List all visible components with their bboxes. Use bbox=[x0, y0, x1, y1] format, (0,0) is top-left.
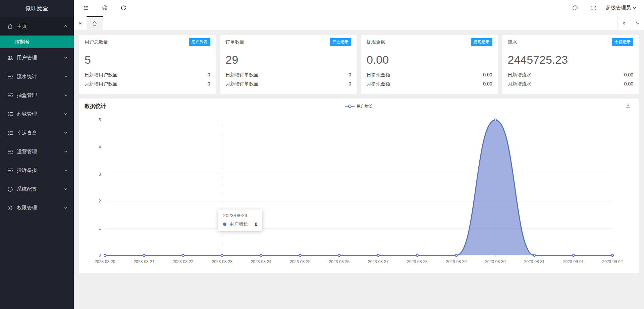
globe-icon[interactable] bbox=[97, 0, 113, 16]
legend-item-user-growth[interactable]: 用户增长 bbox=[345, 104, 373, 109]
stat-value: 5 bbox=[85, 53, 210, 67]
sidebar-item-operations[interactable]: 运营管理 bbox=[0, 142, 74, 161]
sidebar-item-lucky-blindbox[interactable]: 幸运盲盒 bbox=[0, 123, 74, 142]
download-chart-icon[interactable] bbox=[625, 103, 631, 110]
svg-text:5: 5 bbox=[99, 118, 101, 122]
x-axis-labels: 2023-08-202023-08-212023-08-222023-08-23… bbox=[95, 255, 623, 264]
chevron-down-icon bbox=[64, 112, 68, 116]
svg-text:2023-08-25: 2023-08-25 bbox=[290, 259, 311, 264]
svg-text:2023-08-23: 2023-08-23 bbox=[212, 259, 232, 264]
theme-palette-icon[interactable] bbox=[567, 0, 583, 16]
svg-text:2023-09-02: 2023-09-02 bbox=[602, 259, 623, 264]
stat-value: 0.00 bbox=[367, 53, 492, 67]
sidebar-item-label: 幸运盲盒 bbox=[17, 130, 37, 136]
data-point-markers bbox=[104, 119, 613, 256]
stat-row-label: 日新增订单数量 bbox=[226, 70, 259, 79]
stat-row-label: 日新增流水 bbox=[508, 70, 531, 79]
svg-text:2023-08-21: 2023-08-21 bbox=[134, 259, 155, 264]
svg-text:1: 1 bbox=[99, 226, 101, 231]
stat-row-value: 0 bbox=[348, 70, 351, 79]
stat-row-value: 0 bbox=[208, 70, 210, 79]
sidebar-item-label: 投诉举报 bbox=[17, 167, 37, 174]
svg-text:2023-08-29: 2023-08-29 bbox=[446, 259, 467, 264]
sidebar-item-system-config[interactable]: 系统配置 bbox=[0, 180, 74, 198]
sidebar-item-user-management[interactable]: 用户管理 bbox=[0, 48, 74, 67]
open-box-records-badge[interactable]: 开盒记录 bbox=[330, 38, 351, 46]
topbar-right: 超级管理员 bbox=[567, 0, 638, 16]
fullscreen-icon[interactable] bbox=[586, 0, 602, 16]
stat-card-users: 用户总数量 用户列表 5 日新增用户数量0 月新增用户数量0 bbox=[79, 35, 216, 94]
nav-group-home: 主页 控制台 bbox=[0, 17, 74, 48]
tab-bar: « » bbox=[74, 16, 644, 30]
stat-card-title: 流水 bbox=[508, 39, 517, 45]
users-icon bbox=[7, 55, 13, 61]
content-area: 用户总数量 用户列表 5 日新增用户数量0 月新增用户数量0 订单数量 开盒记录 bbox=[74, 30, 644, 309]
svg-text:2023-08-27: 2023-08-27 bbox=[368, 259, 389, 264]
main-area: 超级管理员 « » 用户总数量 用户列表 bbox=[74, 0, 644, 309]
svg-text:2023-09-01: 2023-09-01 bbox=[563, 259, 584, 264]
sidebar-item-home[interactable]: 主页 bbox=[0, 17, 74, 36]
settings-circle-icon bbox=[7, 186, 13, 192]
tabs-menu-button[interactable] bbox=[631, 16, 644, 30]
collapse-sidebar-button[interactable] bbox=[78, 0, 94, 16]
tabs-scroll-right-button[interactable]: » bbox=[617, 16, 631, 30]
stat-row-value: 0.00 bbox=[624, 79, 633, 88]
list-icon bbox=[7, 92, 13, 98]
chevron-down-icon bbox=[64, 168, 68, 172]
sidebar-item-console[interactable]: 控制台 bbox=[0, 36, 74, 48]
sidebar: 微旺魔盒 主页 控制台 用户管理 流水统计 bbox=[0, 0, 74, 309]
user-menu[interactable]: 超级管理员 bbox=[604, 5, 638, 11]
list-icon bbox=[7, 111, 13, 117]
svg-text:4: 4 bbox=[99, 144, 101, 149]
svg-text:2023-08-20: 2023-08-20 bbox=[95, 259, 115, 264]
svg-text:2023-08-28: 2023-08-28 bbox=[407, 259, 428, 264]
sidebar-item-box-management[interactable]: 抽盒管理 bbox=[0, 86, 74, 105]
brand-title: 微旺魔盒 bbox=[0, 0, 74, 17]
data-statistics-card: 数据统计 用户增长 0123452023-08-202023-08-212023… bbox=[79, 99, 639, 273]
tabs-scroll-left-button[interactable]: « bbox=[74, 16, 87, 30]
list-icon bbox=[7, 74, 13, 79]
stat-card-title: 订单数量 bbox=[226, 39, 245, 45]
chevron-down-icon bbox=[64, 131, 68, 135]
user-growth-chart[interactable]: 0123452023-08-202023-08-212023-08-222023… bbox=[85, 113, 637, 273]
tab-home[interactable] bbox=[87, 16, 103, 30]
svg-text:2: 2 bbox=[99, 199, 101, 203]
chevron-down-icon bbox=[64, 93, 68, 97]
sidebar-item-flow-stats[interactable]: 流水统计 bbox=[0, 67, 74, 86]
balance-records-badge[interactable]: 余额记录 bbox=[612, 38, 633, 46]
stat-row-label: 日新增用户数量 bbox=[85, 70, 117, 79]
chevron-down-icon bbox=[64, 56, 68, 60]
user-list-badge[interactable]: 用户列表 bbox=[189, 38, 210, 46]
sidebar-item-label: 主页 bbox=[17, 23, 27, 29]
chart-title: 数据统计 bbox=[85, 103, 106, 109]
topbar-left-icons bbox=[78, 0, 131, 16]
withdrawal-records-badge[interactable]: 提现记录 bbox=[471, 38, 492, 46]
chevron-down-icon bbox=[632, 6, 637, 10]
stat-row-label: 月新增用户数量 bbox=[85, 79, 117, 88]
svg-text:2023-08-22: 2023-08-22 bbox=[173, 259, 194, 264]
svg-text:2023-08-30: 2023-08-30 bbox=[485, 259, 506, 264]
stat-row-label: 月新增流水 bbox=[508, 79, 531, 88]
stat-card-title: 用户总数量 bbox=[85, 39, 108, 45]
chevron-down-icon bbox=[64, 149, 68, 153]
chevron-down-icon bbox=[635, 21, 640, 25]
sidebar-item-permissions[interactable]: 权限管理 bbox=[0, 198, 74, 217]
sidebar-item-mall-management[interactable]: 商城管理 bbox=[0, 105, 74, 123]
top-header: 超级管理员 bbox=[74, 0, 644, 16]
area-fill bbox=[105, 120, 612, 255]
chevron-down-icon bbox=[64, 187, 68, 191]
chevron-down-icon bbox=[64, 206, 68, 210]
stat-row-label: 月提现金额 bbox=[367, 79, 390, 88]
sidebar-item-label: 用户管理 bbox=[17, 55, 37, 61]
stat-row-value: 0.00 bbox=[624, 70, 633, 79]
chevron-down-icon bbox=[64, 74, 68, 78]
user-name: 超级管理员 bbox=[606, 5, 631, 11]
list-icon bbox=[7, 149, 13, 154]
grid-lines bbox=[105, 120, 612, 228]
line-series bbox=[105, 120, 612, 255]
chart-body: 0123452023-08-202023-08-212023-08-222023… bbox=[85, 113, 639, 275]
refresh-button[interactable] bbox=[115, 0, 131, 16]
sidebar-subitem-label: 控制台 bbox=[15, 39, 30, 45]
home-icon bbox=[92, 21, 97, 26]
sidebar-item-complaints[interactable]: 投诉举报 bbox=[0, 161, 74, 180]
